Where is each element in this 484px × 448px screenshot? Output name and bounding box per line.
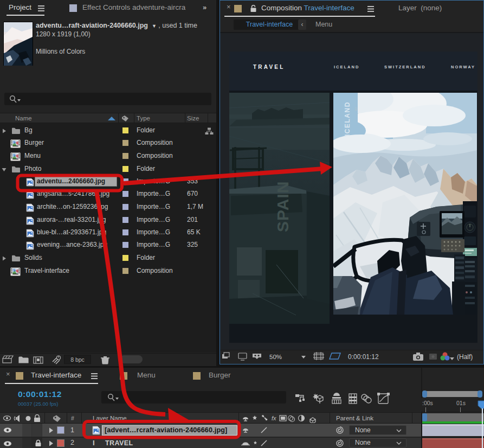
svg-text:(Half): (Half) bbox=[457, 353, 473, 361]
svg-text:ICELAND: ICELAND bbox=[334, 65, 359, 69]
svg-text:02: 02 bbox=[354, 107, 358, 111]
svg-text:50%: 50% bbox=[269, 354, 282, 360]
svg-text:TRAVEL: TRAVEL bbox=[253, 64, 285, 70]
svg-text:NORWAY: NORWAY bbox=[451, 65, 475, 69]
svg-text:SWITZERLAND: SWITZERLAND bbox=[384, 65, 426, 69]
svg-text:ICELAND: ICELAND bbox=[344, 101, 351, 136]
svg-text:SPAIN: SPAIN bbox=[274, 181, 292, 232]
svg-text:fx: fx bbox=[272, 415, 276, 421]
svg-text:0:00:01:12: 0:00:01:12 bbox=[348, 353, 379, 361]
